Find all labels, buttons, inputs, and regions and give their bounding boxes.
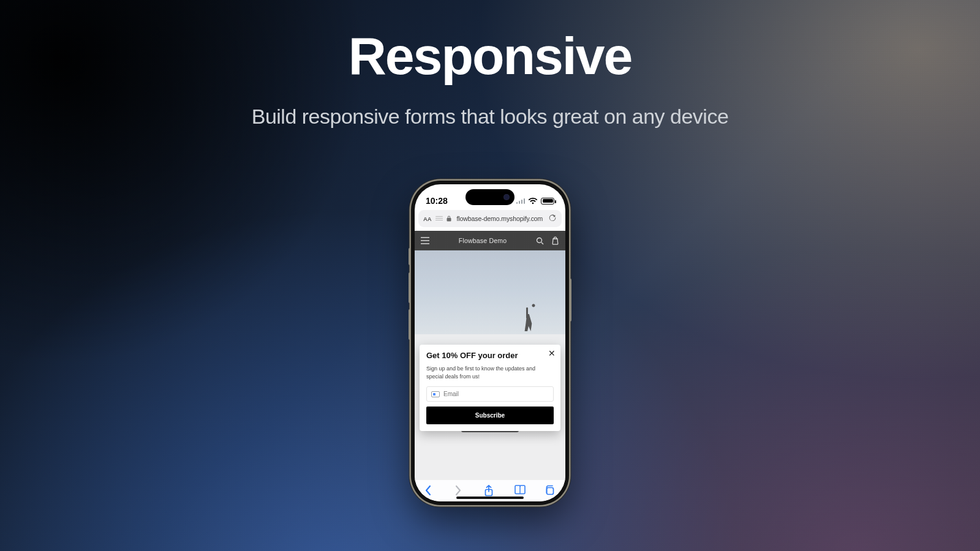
page-subtitle: Build responsive forms that looks great … — [0, 104, 980, 129]
webpage-viewport: Flowbase Demo — [415, 231, 565, 479]
phone-volume-up-button — [409, 272, 411, 303]
phone-screen: 10:28 AA flowbase-demo.myshopify.com — [415, 184, 565, 501]
status-time: 10:28 — [426, 196, 448, 206]
phone-side-button — [409, 248, 411, 265]
share-button[interactable] — [484, 485, 496, 497]
address-bar-url[interactable]: flowbase-demo.myshopify.com — [455, 215, 545, 222]
reload-button[interactable] — [548, 214, 557, 223]
close-icon[interactable]: ✕ — [548, 348, 556, 358]
popup-title: Get 10% OFF your order — [426, 351, 554, 360]
back-button[interactable] — [424, 485, 436, 497]
page-title: Responsive — [0, 28, 980, 83]
text-size-button[interactable]: AA — [423, 216, 432, 222]
email-field[interactable] — [443, 391, 549, 397]
lock-icon — [447, 216, 451, 222]
wifi-icon — [528, 197, 538, 204]
svg-rect-2 — [547, 487, 554, 494]
home-indicator[interactable] — [456, 497, 524, 499]
popup-body: Sign up and be first to know the updates… — [426, 365, 554, 380]
bookmarks-button[interactable] — [514, 485, 526, 497]
autofill-contact-icon[interactable] — [431, 391, 440, 397]
reader-mode-icon[interactable] — [435, 216, 443, 221]
safari-address-bar[interactable]: AA flowbase-demo.myshopify.com — [418, 210, 562, 227]
marketing-background: Responsive Build responsive forms that l… — [0, 0, 980, 551]
subscribe-button[interactable]: Subscribe — [426, 407, 554, 424]
tabs-button[interactable] — [544, 485, 556, 497]
front-camera-icon — [503, 194, 510, 200]
cellular-signal-icon — [516, 198, 525, 204]
battery-icon — [541, 198, 554, 204]
forward-button[interactable] — [454, 485, 466, 497]
email-input-row[interactable] — [426, 386, 554, 402]
dynamic-island — [466, 189, 514, 205]
iphone-mockup: 10:28 AA flowbase-demo.myshopify.com — [411, 181, 569, 505]
subscribe-popup: ✕ Get 10% OFF your order Sign up and be … — [420, 345, 560, 431]
phone-volume-down-button — [409, 309, 411, 340]
phone-power-button — [569, 279, 571, 321]
